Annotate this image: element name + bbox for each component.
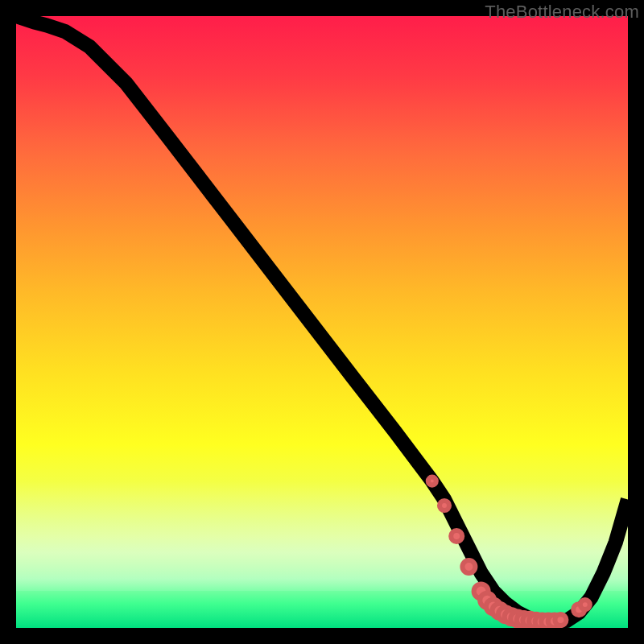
optimal-dot xyxy=(428,477,436,485)
optimal-dot xyxy=(462,560,475,573)
plot-area xyxy=(16,16,628,628)
optimal-dot xyxy=(440,501,449,510)
watermark-text: TheBottleneck.com xyxy=(485,2,639,23)
optimal-dot xyxy=(555,614,566,625)
chart-container: TheBottleneck.com xyxy=(0,0,644,644)
curve-layer xyxy=(16,16,628,628)
optimal-dot xyxy=(580,600,590,609)
optimal-dot xyxy=(451,530,462,542)
bottleneck-curve xyxy=(16,16,628,621)
